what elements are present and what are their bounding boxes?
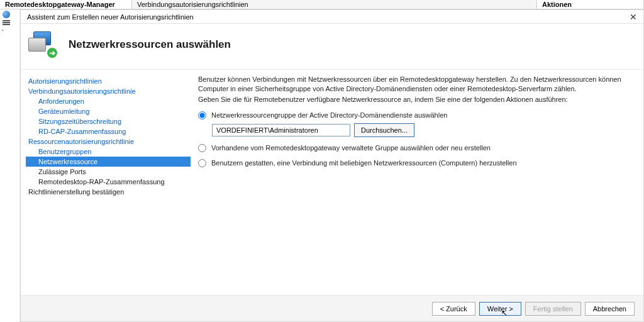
wizard-content: Benutzer können Verbindungen mit Netzwer… — [197, 70, 643, 295]
tree-panel: ˅ — [0, 9, 20, 322]
nav-rap-users[interactable]: Benutzergruppen — [26, 147, 191, 157]
wizard-heading: Netzwerkressourcen auswählen — [69, 38, 231, 51]
nav-rap-summary[interactable]: Remotedesktop-RAP-Zusammenfassung — [26, 177, 191, 187]
wizard-footer: < Zurück Weiter > ↖ Fertig stellen Abbre… — [21, 295, 643, 321]
nav-cap-requirements[interactable]: Anforderungen — [26, 96, 191, 106]
nav-auth-policies[interactable]: Autorisierungsrichtlinien — [26, 76, 191, 86]
cancel-button[interactable]: Abbrechen — [585, 302, 635, 316]
nav-confirm[interactable]: Richtlinienerstellung bestätigen — [26, 187, 191, 197]
nav-cap[interactable]: Verbindungsautorisierungsrichtlinie — [26, 86, 191, 96]
nav-rap[interactable]: Ressourcenautorisierungsrichtlinie — [26, 136, 191, 147]
intro-text-1: Benutzer können Verbindungen mit Netzwer… — [198, 75, 631, 94]
radio-ad-group-label: Netzwerkressourcengruppe der Active Dire… — [211, 111, 447, 119]
tree-node-icon[interactable] — [3, 20, 10, 28]
nav-cap-timeout[interactable]: Sitzungszeitüberschreitung — [26, 116, 191, 126]
intro-text-2: Geben Sie die für Remotebenutzer verfügb… — [198, 95, 631, 104]
wizard-titlebar: Assistent zum Erstellen neuer Autorisier… — [21, 10, 643, 24]
topbar-actions[interactable]: Aktionen — [537, 0, 644, 9]
tree-toggle-icon[interactable]: ˅ — [1, 30, 17, 35]
radio-managed-group[interactable] — [198, 144, 206, 152]
next-button[interactable]: Weiter > ↖ — [479, 302, 521, 316]
globe-icon[interactable] — [3, 11, 10, 18]
wizard-header: ➔ Netzwerkressourcen auswählen — [21, 24, 643, 70]
nav-rap-network[interactable]: Netzwerkressource — [26, 157, 191, 167]
wizard-header-icon: ➔ — [28, 31, 57, 58]
wizard-title-text: Assistent zum Erstellen neuer Autorisier… — [27, 10, 194, 24]
wizard-nav: Autorisierungsrichtlinien Verbindungsaut… — [21, 70, 197, 295]
radio-ad-group[interactable] — [198, 111, 206, 119]
arrow-icon: ➔ — [47, 48, 57, 58]
radio-allow-any-label: Benutzern gestatten, eine Verbindung mit… — [211, 158, 517, 167]
nav-cap-summary[interactable]: RD-CAP-Zusammenfassung — [26, 126, 191, 136]
nav-cap-device[interactable]: Geräteumleitung — [26, 106, 191, 116]
wizard-window: Assistent zum Erstellen neuer Autorisier… — [20, 9, 644, 322]
app-menubar: Remotedesktopgateway-Manager Verbindungs… — [0, 0, 644, 9]
next-button-label: Weiter > — [487, 305, 513, 313]
topbar-policies[interactable]: Verbindungsautorisierungsrichtlinien — [132, 0, 537, 9]
radio-managed-group-label: Vorhandene vom Remotedesktopgateway verw… — [211, 143, 491, 152]
browse-button[interactable]: Durchsuchen... — [354, 123, 414, 137]
radio-allow-any[interactable] — [198, 159, 206, 167]
group-name-field[interactable] — [212, 124, 350, 136]
topbar-manager[interactable]: Remotedesktopgateway-Manager — [0, 0, 132, 9]
back-button[interactable]: < Zurück — [432, 302, 475, 316]
nav-rap-ports[interactable]: Zulässige Ports — [26, 167, 191, 177]
close-icon[interactable]: ✕ — [630, 10, 637, 24]
finish-button: Fertig stellen — [525, 302, 581, 316]
